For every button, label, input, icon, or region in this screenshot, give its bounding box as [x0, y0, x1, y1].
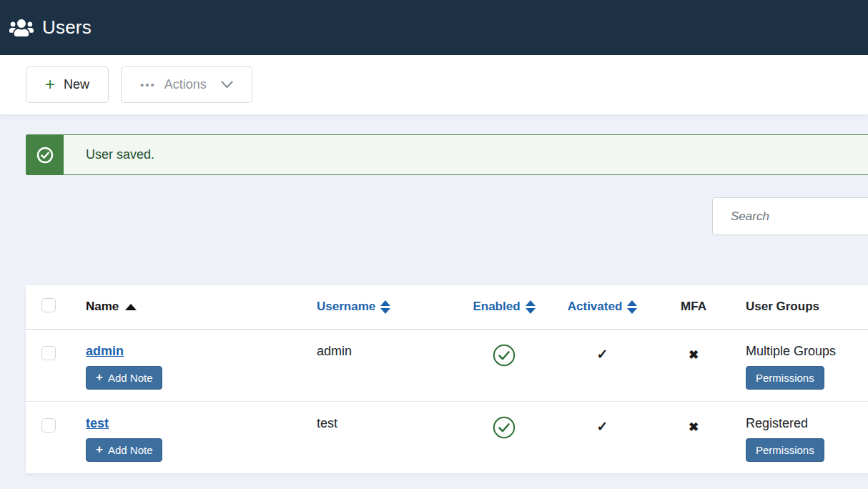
column-header-enabled[interactable]: Enabled [473, 300, 535, 314]
plus-icon: + [96, 443, 103, 455]
sort-icon [627, 300, 637, 314]
enabled-circle-check-icon [493, 416, 516, 439]
alert-message: User saved. [64, 135, 154, 174]
activated-check-icon[interactable]: ✓ [597, 347, 608, 362]
table-row-admin: admin + Add Note admin [26, 329, 868, 401]
mfa-cross-icon: ✖ [689, 420, 699, 434]
users-icon [9, 17, 34, 39]
alert-icon-block [26, 134, 64, 175]
new-button-label: New [64, 77, 89, 92]
new-button[interactable]: + New [26, 66, 109, 103]
user-groups-text: Multiple Groups [746, 344, 836, 358]
plus-icon: + [45, 76, 55, 93]
enabled-toggle-button[interactable] [493, 344, 516, 369]
add-note-button[interactable]: + Add Note [86, 438, 162, 462]
column-header-activated[interactable]: Activated [568, 300, 638, 314]
user-groups-text: Registered [746, 416, 808, 430]
sort-icon [380, 300, 390, 314]
user-name-link[interactable]: test [86, 416, 109, 430]
add-note-button[interactable]: + Add Note [86, 366, 162, 390]
select-all-checkbox[interactable] [41, 298, 56, 312]
enabled-circle-check-icon [493, 344, 516, 367]
row-checkbox[interactable] [41, 418, 56, 433]
add-note-label: Add Note [108, 444, 153, 456]
users-table: Name Username Enabled [26, 285, 868, 473]
chevron-down-icon [221, 81, 233, 89]
permissions-label: Permissions [756, 444, 814, 456]
activated-check-icon[interactable]: ✓ [597, 419, 608, 434]
column-header-name[interactable]: Name [86, 300, 137, 314]
permissions-button[interactable]: Permissions [746, 366, 824, 390]
username-cell: test [311, 401, 461, 473]
permissions-button[interactable]: Permissions [746, 438, 824, 462]
plus-icon: + [96, 371, 103, 383]
page-title: Users [42, 16, 92, 39]
toolbar: + New ••• Actions [0, 55, 868, 114]
column-header-enabled-label: Enabled [473, 300, 520, 314]
actions-button[interactable]: ••• Actions [121, 66, 252, 103]
user-name-link[interactable]: admin [86, 344, 124, 358]
table-row-test: test + Add Note test [26, 401, 868, 473]
mfa-cross-icon: ✖ [689, 348, 699, 362]
users-table-card: Name Username Enabled [26, 285, 868, 473]
search-input[interactable] [712, 197, 868, 235]
permissions-label: Permissions [756, 372, 814, 384]
circle-check-icon [36, 147, 54, 164]
column-header-activated-label: Activated [568, 300, 623, 314]
column-header-username-label: Username [317, 300, 375, 314]
add-note-label: Add Note [108, 372, 153, 384]
app-header: Users [0, 0, 868, 55]
enabled-toggle-button[interactable] [493, 416, 516, 441]
ellipsis-icon: ••• [140, 79, 156, 90]
actions-button-label: Actions [164, 77, 207, 92]
sort-ascending-icon [125, 304, 137, 310]
column-header-name-label: Name [86, 300, 119, 314]
success-alert: User saved. [26, 134, 868, 175]
search-container [712, 197, 868, 235]
row-checkbox[interactable] [41, 346, 56, 360]
column-header-username[interactable]: Username [317, 300, 390, 314]
column-header-user-groups: User Groups [729, 285, 868, 329]
table-header-row: Name Username Enabled [26, 285, 868, 329]
sort-icon [526, 300, 536, 314]
username-cell: admin [311, 329, 461, 401]
column-header-mfa: MFA [658, 285, 729, 329]
